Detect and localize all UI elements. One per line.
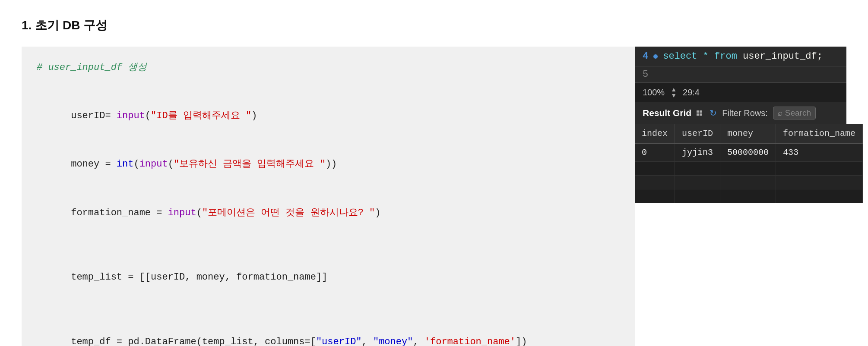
cell-money: 50000000 [720, 143, 776, 162]
cell-userid: jyjin3 [675, 143, 720, 162]
db-line-number: 4 [643, 51, 648, 62]
db-col-index: index [635, 124, 675, 143]
db-arrows-icon: ▲▼ [671, 86, 677, 98]
db-col-userid: userID [675, 124, 720, 143]
cell-index: 0 [635, 143, 675, 162]
code-line-money: money = int(input("보유하신 금액을 입력해주세요 ")) [37, 140, 620, 189]
table-row-empty-3 [635, 189, 863, 203]
db-query-text: select * from user_input_df; [663, 51, 823, 62]
code-line-templist: temp_list = [[userID, money, formation_n… [37, 253, 620, 302]
db-result-header: Result Grid ↻ Filter Rows: ⌕ Search [635, 102, 846, 124]
db-table-header-row: index userID money formation_name [635, 124, 863, 143]
db-filter-label: Filter Rows: [722, 108, 768, 118]
db-search-box[interactable]: ⌕ Search [773, 107, 816, 120]
code-line-tempdf: temp_df = pd.DataFrame(temp_list, column… [37, 318, 620, 346]
db-refresh-icon[interactable]: ↻ [710, 108, 717, 118]
db-result-label: Result Grid [643, 108, 691, 118]
db-query-bar: 4 select * from user_input_df; [635, 47, 846, 66]
db-position: 29:4 [683, 88, 700, 98]
section-title: 1. 초기 DB 구성 [22, 17, 846, 34]
db-grid-icon[interactable] [697, 110, 704, 116]
db-statusbar: 100% ▲▼ 29:4 [635, 82, 846, 102]
db-col-formation: formation_name [776, 124, 863, 143]
db-col-money: money [720, 124, 776, 143]
cell-formation: 433 [776, 143, 863, 162]
code-line-userid: userID= input("ID를 입력해주세요 ") [37, 92, 620, 140]
code-panel: # user_input_df 생성 userID= input("ID를 입력… [22, 47, 635, 346]
code-line-formation: formation_name = input("포메이션은 어떤 것을 원하시나… [37, 189, 620, 237]
db-panel: 4 select * from user_input_df; 5 100% ▲▼… [635, 47, 846, 203]
db-dot-indicator [653, 54, 658, 59]
table-row: 0 jyjin3 50000000 433 [635, 143, 863, 162]
db-line5: 5 [635, 66, 846, 82]
db-zoom: 100% [643, 88, 665, 98]
table-row-empty-1 [635, 162, 863, 176]
code-comment: # user_input_df 생성 [37, 60, 620, 75]
db-search-icon: ⌕ [778, 108, 782, 118]
db-result-table: index userID money formation_name 0 jyji… [635, 124, 863, 203]
db-search-placeholder: Search [785, 108, 811, 118]
table-row-empty-2 [635, 176, 863, 189]
